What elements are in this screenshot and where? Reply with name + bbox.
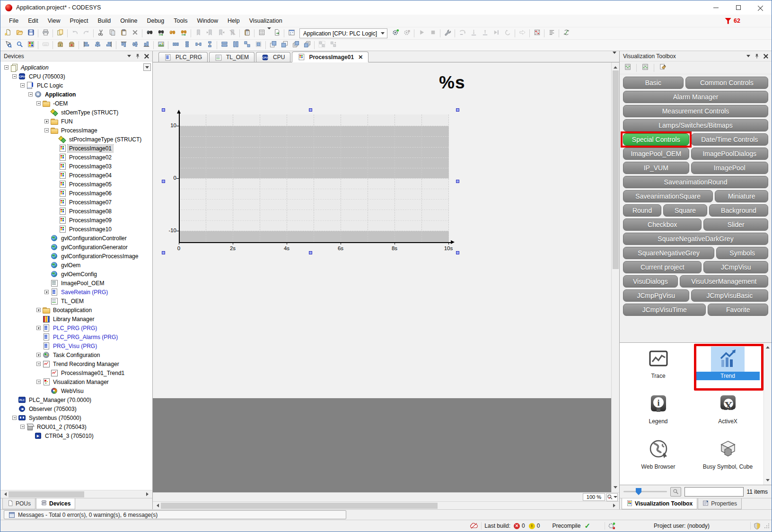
redo-button[interactable]	[80, 28, 92, 39]
same-height-button[interactable]	[230, 40, 241, 51]
tree-item-tl-oem[interactable]: TL_OEM	[0, 297, 152, 305]
tree-item-processimage10[interactable]: ProcessImage10	[0, 225, 152, 234]
tree-expander-icon[interactable]	[36, 362, 41, 366]
paste-special-button[interactable]	[241, 28, 253, 39]
step-into-button[interactable]	[468, 28, 479, 39]
scroll-right-button[interactable]	[611, 502, 619, 509]
tree-item-saveretain-prg-[interactable]: SaveRetain (PRG)	[0, 288, 152, 297]
tree-item-application[interactable]: Application	[0, 90, 152, 99]
tree-expander-icon[interactable]	[36, 326, 41, 330]
package-remove-button[interactable]	[66, 40, 77, 51]
resize-grip[interactable]	[763, 523, 770, 529]
bring-to-front-button[interactable]	[267, 40, 279, 51]
items-scrollbar[interactable]	[763, 343, 772, 485]
tree-item-processimage06[interactable]: ProcessImage06	[0, 189, 152, 198]
category-button-round[interactable]: Round	[623, 204, 661, 217]
step-out-button[interactable]	[479, 28, 491, 39]
category-button-visuusermanagement[interactable]: VisuUserManagement	[680, 275, 768, 288]
start-button[interactable]	[416, 28, 427, 39]
align-top-button[interactable]	[118, 40, 129, 51]
scroll-down-icon[interactable]	[766, 479, 770, 483]
editor-tab-plc_prg[interactable]: PLC_PRG	[158, 52, 208, 62]
tree-item-application[interactable]: Application	[0, 63, 152, 72]
editor-tab-tl_oem[interactable]: TL_OEM	[209, 52, 254, 62]
visualization-canvas[interactable]: 100-1002s4s6s8s10s%s	[153, 62, 611, 492]
customize-button[interactable]	[657, 62, 668, 73]
tree-expander-icon[interactable]	[36, 101, 41, 105]
trend-plot-area[interactable]	[179, 114, 449, 242]
tree-item-plc-prg-prg-[interactable]: PLC_PRG (PRG)	[0, 323, 152, 332]
copy-button[interactable]	[106, 28, 118, 39]
bookmark-button[interactable]	[193, 28, 204, 39]
scrollbar-thumb[interactable]	[613, 70, 619, 269]
run-to-cursor-button[interactable]	[491, 28, 502, 39]
login-button[interactable]	[390, 28, 401, 39]
tree-item-processimage01-trend1[interactable]: ProcessImage01_Trend1	[0, 368, 152, 377]
category-button-alarm-manager[interactable]: Alarm Manager	[623, 91, 768, 103]
menu-file[interactable]: File	[4, 16, 23, 26]
export-button[interactable]	[271, 28, 282, 39]
tree-expander-icon[interactable]	[20, 83, 25, 87]
tree-expander-icon[interactable]	[20, 425, 25, 429]
slider-thumb[interactable]	[636, 488, 641, 495]
tree-item-plc-prg-alarms-prg-[interactable]: PLC_PRG_Alarms (PRG)	[0, 332, 152, 341]
category-button-imagepool[interactable]: ImagePool	[691, 162, 768, 174]
category-button-squarenegativedarkgrey[interactable]: SquareNegativeDarkGrey	[623, 233, 768, 245]
group-button[interactable]	[316, 40, 327, 51]
keyboard-button[interactable]	[40, 40, 51, 51]
notification-funnel-icon[interactable]	[725, 18, 731, 24]
ungroup-button[interactable]	[327, 40, 339, 51]
distribute-horizontal-button[interactable]	[170, 40, 181, 51]
selection-handle[interactable]	[162, 251, 165, 254]
tree-item-processimage07[interactable]: ProcessImage07	[0, 198, 152, 207]
category-button-slider[interactable]: Slider	[703, 218, 768, 231]
grid-options-button[interactable]	[256, 28, 267, 39]
menu-debug[interactable]: Debug	[142, 16, 169, 26]
tree-expander-icon[interactable]	[12, 74, 17, 78]
scroll-left-button[interactable]	[153, 502, 161, 509]
menu-view[interactable]: View	[43, 16, 65, 26]
tree-item-webvisu[interactable]: WebVisu	[0, 386, 152, 395]
tree-item-processimage09[interactable]: ProcessImage09	[0, 216, 152, 225]
paste-button[interactable]	[118, 28, 129, 39]
reset-button[interactable]	[502, 28, 513, 39]
find-button[interactable]	[144, 28, 155, 39]
category-button-common-controls[interactable]: Common Controls	[685, 77, 768, 89]
search-button[interactable]	[670, 487, 681, 497]
category-button-lamps-switches-bitmaps[interactable]: Lamps/Switches/Bitmaps	[623, 119, 768, 131]
flow-control-button[interactable]	[546, 28, 557, 39]
toolbox-item-trend[interactable]: Trend	[693, 347, 763, 392]
menu-help[interactable]: Help	[223, 16, 245, 26]
undo-button[interactable]	[69, 28, 80, 39]
selection-handle[interactable]	[456, 108, 459, 112]
close-button[interactable]	[749, 0, 772, 15]
category-button-squarenegativegrey[interactable]: SquareNegativeGrey	[623, 247, 714, 259]
tree-item-processimage05[interactable]: ProcessImage05	[0, 180, 152, 189]
print-button[interactable]	[40, 28, 51, 39]
minimize-button[interactable]	[705, 0, 727, 15]
icon-size-slider[interactable]	[623, 491, 667, 492]
navigator-tab-pous[interactable]: POUs	[2, 498, 35, 509]
tree-item-gvloem[interactable]: gvlOem	[0, 261, 152, 270]
menu-edit[interactable]: Edit	[23, 16, 43, 26]
toolbox-item-legend[interactable]: iLegend	[623, 392, 693, 437]
spacing-horizontal-button[interactable]	[193, 40, 204, 51]
menu-project[interactable]: Project	[65, 16, 93, 26]
tree-expander-icon[interactable]	[28, 92, 33, 96]
device-application-selector[interactable]: Application [CPU: PLC Logic]	[299, 28, 387, 38]
tree-expander-icon[interactable]	[44, 119, 49, 123]
zoom-button[interactable]	[14, 40, 25, 51]
tree-item-gvloemconfig[interactable]: gvlOemConfig	[0, 270, 152, 279]
tree-item-observer-705003-[interactable]: Observer (705003)	[0, 404, 152, 413]
visualization-page[interactable]: 100-1002s4s6s8s10s%s	[153, 62, 611, 398]
category-button-visudialogs[interactable]: VisuDialogs	[623, 275, 678, 288]
menu-window[interactable]: Window	[192, 16, 222, 26]
category-button-jcmpvisu[interactable]: JCmpVisu	[703, 261, 768, 273]
selection-handle[interactable]	[162, 108, 165, 112]
toolbox-item-trace[interactable]: Trace	[623, 347, 693, 392]
tree-item-cpu-705003-[interactable]: CPU (705003)	[0, 72, 152, 81]
refresh-button[interactable]	[561, 28, 572, 39]
tree-item-processimage08[interactable]: ProcessImage08	[0, 207, 152, 216]
tree-item-processimage01[interactable]: ProcessImage01	[0, 144, 152, 153]
close-tab-icon[interactable]: ✕	[358, 54, 363, 61]
